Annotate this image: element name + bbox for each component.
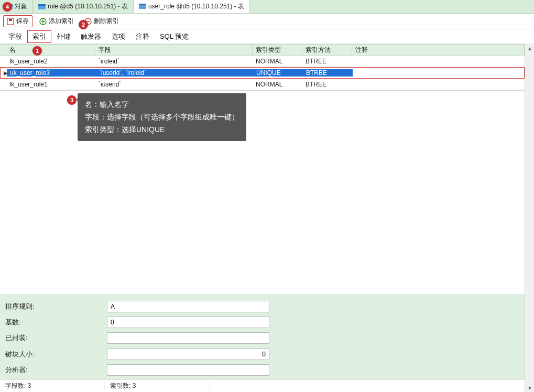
subtab-strip: 字段 索引 外键 触发器 选项 注释 SQL 预览 — [0, 29, 534, 44]
annotation-4: 4 — [3, 2, 12, 12]
tooltip-instructions: 名：输入名字 字段：选择字段（可选择多个字段组成唯一键） 索引类型：选择UNIQ… — [78, 93, 246, 141]
status-field-count: 字段数: 3 — [0, 382, 105, 390]
col-fields[interactable]: 字段 — [95, 45, 253, 55]
index-grid: 名 字段 索引类型 索引方法 注释 fk_user_role2 `iroleid… — [0, 44, 525, 91]
tooltip-line: 索引类型：选择UNIQUE — [85, 124, 239, 136]
col-name[interactable]: 名 — [6, 45, 95, 55]
vertical-scrollbar[interactable]: ▴ ▾ — [525, 44, 534, 392]
grid-row[interactable]: fk_user_role1 `iuserid` NORMAL BTREE — [0, 79, 525, 90]
table-icon — [38, 4, 46, 9]
subtab-fk[interactable]: 外键 — [51, 30, 75, 43]
save-button[interactable]: 保存 — [3, 15, 32, 27]
index-properties-panel: 排序规则: 基数: 已封装: 键块大小: 分析器: — [0, 295, 525, 379]
grid-header: 名 字段 索引类型 索引方法 注释 — [0, 44, 525, 56]
cell-name[interactable]: uk_user_role3 — [7, 69, 96, 77]
prop-input-blocksize[interactable] — [107, 349, 269, 360]
cell-method[interactable]: BTREE — [303, 69, 353, 77]
prop-label-cardinality: 基数: — [5, 318, 105, 327]
tab-role[interactable]: role @d5 (10.10.10.251) - 表 — [33, 0, 134, 13]
prop-input-parser[interactable] — [107, 364, 269, 376]
cell-fields[interactable]: `iuserid` — [95, 81, 253, 88]
plus-circle-icon — [39, 18, 47, 25]
tab-label: 对象 — [15, 2, 27, 11]
status-bar: 字段数: 3 索引数: 3 — [0, 379, 525, 392]
cell-method[interactable]: BTREE — [302, 58, 352, 65]
cell-type[interactable]: NORMAL — [253, 81, 302, 88]
cell-fields[interactable]: `iuserid`, `iroleid` — [96, 69, 253, 77]
col-comment[interactable]: 注释 — [352, 45, 525, 55]
svg-rect-7 — [9, 19, 12, 21]
cell-fields[interactable]: `iroleid` — [95, 58, 253, 65]
subtab-triggers[interactable]: 触发器 — [75, 30, 106, 43]
row-marker-current: ▶ — [1, 70, 7, 77]
subtab-fields[interactable]: 字段 — [3, 30, 27, 43]
prop-input-collation[interactable] — [107, 301, 269, 312]
grid-empty-area: 名：输入名字 字段：选择字段（可选择多个字段组成唯一键） 索引类型：选择UNIQ… — [0, 91, 525, 295]
tab-label: role @d5 (10.10.10.251) - 表 — [48, 2, 128, 11]
prop-input-packed[interactable] — [107, 332, 269, 344]
prop-input-cardinality[interactable] — [107, 317, 269, 328]
annotation-1: 1 — [32, 46, 42, 56]
col-method[interactable]: 索引方法 — [302, 45, 352, 55]
save-icon — [7, 18, 14, 25]
col-type[interactable]: 索引类型 — [253, 45, 302, 55]
delete-index-label: 删除索引 — [94, 17, 119, 26]
scroll-up-icon[interactable]: ▴ — [525, 44, 534, 52]
subtab-comment[interactable]: 注释 — [130, 30, 155, 43]
prop-label-parser: 分析器: — [5, 365, 105, 375]
tab-strip: 对象 role @d5 (10.10.10.251) - 表 user_role… — [0, 0, 534, 14]
subtab-indexes[interactable]: 索引 — [27, 30, 51, 43]
tab-user-role[interactable]: user_role @d5 (10.10.10.251) - 表 — [134, 0, 250, 13]
table-icon — [139, 4, 146, 9]
add-index-label: 添加索引 — [49, 17, 74, 26]
cell-type[interactable]: NORMAL — [253, 58, 302, 65]
cell-name[interactable]: fk_user_role1 — [6, 81, 95, 88]
add-index-button[interactable]: 添加索引 — [36, 15, 78, 27]
prop-label-collation: 排序规则: — [5, 302, 105, 311]
annotation-3: 3 — [67, 95, 77, 105]
status-index-count: 索引数: 3 — [105, 382, 210, 390]
subtab-sql[interactable]: SQL 预览 — [155, 30, 194, 43]
grid-row[interactable]: ▶ uk_user_role3 `iuserid`, `iroleid` UNI… — [0, 67, 525, 79]
cell-method[interactable]: BTREE — [302, 81, 352, 88]
svg-rect-5 — [139, 4, 146, 5]
tooltip-line: 名：输入名字 — [85, 99, 239, 111]
annotation-2: 2 — [79, 20, 88, 29]
tab-label: user_role @d5 (10.10.10.251) - 表 — [148, 2, 244, 11]
save-label: 保存 — [16, 17, 29, 26]
scroll-down-icon[interactable]: ▾ — [525, 384, 534, 392]
subtab-options[interactable]: 选项 — [106, 30, 130, 43]
prop-label-packed: 已封装: — [5, 333, 105, 343]
cell-type[interactable]: UNIQUE — [253, 69, 303, 77]
grid-row[interactable]: fk_user_role2 `iroleid` NORMAL BTREE — [0, 56, 525, 67]
prop-label-blocksize: 键块大小: — [5, 350, 105, 359]
svg-rect-3 — [38, 4, 46, 6]
cell-name[interactable]: fk_user_role2 — [6, 58, 95, 65]
tooltip-line: 字段：选择字段（可选择多个字段组成唯一键） — [85, 111, 239, 124]
